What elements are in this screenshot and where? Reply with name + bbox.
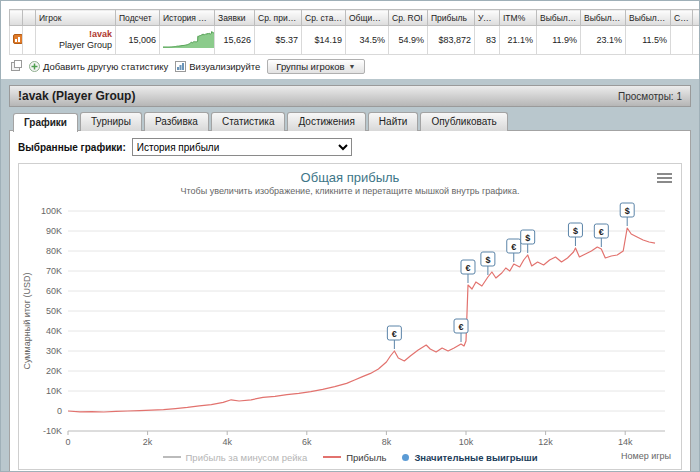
visualize-label: Визуализируйте (189, 61, 260, 72)
graph-select[interactable]: История прибыли (132, 138, 352, 156)
bar-chart-icon (175, 61, 186, 72)
column-header-8[interactable]: Прибыль (428, 10, 475, 26)
column-header-2[interactable]: История приб... (160, 10, 215, 26)
cell-extra-header (693, 10, 700, 26)
app-window: ИгрокПодсчетИстория приб...ЗаявкиСр. при… (0, 0, 700, 472)
cell-level: 83 (475, 26, 500, 55)
svg-text:Суммарный итог (USD): Суммарный итог (USD) (22, 272, 32, 369)
column-header-13[interactable]: Выбыл позд... (626, 10, 671, 26)
column-header-7[interactable]: Ср. ROI (389, 10, 428, 26)
cell-avg-profit: $5.37 (255, 26, 302, 55)
tab-4[interactable]: Достижения (287, 112, 365, 131)
column-header-6[interactable]: Общий R... (346, 10, 389, 26)
column-header-11[interactable]: Выбыл рано (537, 10, 581, 26)
column-header-14[interactable]: Стр... (671, 10, 693, 26)
column-header-4[interactable]: Ср. прибыль (255, 10, 302, 26)
column-header-10[interactable]: ITM% (500, 10, 537, 26)
views-counter: Просмотры: 1 (618, 91, 682, 102)
stats-header-row: ИгрокПодсчетИстория приб...ЗаявкиСр. при… (10, 10, 700, 26)
cell-avg-stake: $14.19 (302, 26, 346, 55)
svg-text:4k: 4k (222, 437, 232, 447)
remove-row-cell[interactable]: x (693, 26, 700, 55)
cell-avg-roi: 54.9% (389, 26, 428, 55)
significant-win-flag[interactable]: € (387, 326, 401, 340)
selected-graphs-label: Выбранные графики: (18, 142, 126, 153)
cell-profit-history[interactable] (160, 26, 215, 55)
panel-header: !avak (Player Group) Просмотры: 1 (9, 85, 691, 107)
chart-legend: Прибыль за минусом рейка Прибыль Значите… (19, 449, 681, 465)
cell-early-1: 11.9% (537, 26, 581, 55)
stats-table: ИгрокПодсчетИстория приб...ЗаявкиСр. при… (9, 9, 700, 55)
cell-early-2: 23.1% (581, 26, 626, 55)
significant-win-flag[interactable]: € (507, 239, 521, 253)
svg-text:40K: 40K (46, 326, 62, 336)
add-statistic-link[interactable]: Добавить другую статистику (29, 61, 168, 72)
svg-text:0: 0 (65, 437, 70, 447)
tab-6[interactable]: Опубликовать (420, 112, 507, 131)
legend-wins-label: Значительные выигрыши (414, 452, 537, 463)
significant-win-flag[interactable]: $ (620, 203, 634, 217)
cell-count: 15,006 (116, 26, 160, 55)
tab-3[interactable]: Статистика (211, 112, 286, 131)
column-header-12[interactable]: Выбыл рано... (581, 10, 626, 26)
svg-text:80K: 80K (46, 246, 62, 256)
tab-2[interactable]: Разбивка (144, 112, 209, 131)
svg-text:70K: 70K (46, 266, 62, 276)
panel-content: Выбранные графики: История прибыли Общая… (9, 130, 691, 472)
legend-item-profit[interactable]: Прибыль (323, 452, 386, 463)
svg-text:8k: 8k (382, 437, 392, 447)
svg-text:€: € (511, 242, 516, 252)
svg-text:20K: 20K (46, 366, 62, 376)
svg-text:100K: 100K (41, 206, 62, 216)
svg-text:€: € (599, 227, 604, 237)
significant-win-flag[interactable]: $ (481, 252, 495, 266)
legend-profit-label: Прибыль (346, 452, 386, 463)
player-groups-button[interactable]: Группы игроков ▼ (267, 59, 364, 74)
significant-win-flag[interactable]: € (594, 224, 608, 238)
chart-title: Общая прибыль (19, 170, 681, 185)
column-header-1[interactable]: Подсчет (116, 10, 160, 26)
svg-text:30K: 30K (46, 346, 62, 356)
compare-icon[interactable] (11, 60, 22, 73)
graph-controls: Выбранные графики: История прибыли (10, 131, 690, 161)
cell-itm: 21.1% (500, 26, 537, 55)
svg-text:0: 0 (57, 406, 62, 416)
visualize-link[interactable]: Визуализируйте (175, 61, 260, 72)
player-name[interactable]: !avak (39, 29, 112, 40)
tab-5[interactable]: Найти (368, 112, 419, 131)
cell-extra (671, 26, 693, 55)
icon-column-header (23, 10, 36, 26)
svg-text:12k: 12k (538, 437, 553, 447)
rake-line-swatch (163, 456, 181, 458)
stats-section: ИгрокПодсчетИстория приб...ЗаявкиСр. при… (1, 1, 699, 79)
cell-late: 11.5% (626, 26, 671, 55)
column-header-5[interactable]: Ср. ставка (302, 10, 346, 26)
column-header-9[interactable]: Уро... (475, 10, 500, 26)
svg-text:14k: 14k (618, 437, 633, 447)
legend-item-rake[interactable]: Прибыль за минусом рейка (163, 452, 308, 463)
stats-toolbar: Добавить другую статистику Визуализируйт… (9, 55, 691, 77)
player-cell[interactable]: !avak Player Group (36, 26, 116, 55)
tab-0[interactable]: Графики (13, 113, 78, 132)
tab-1[interactable]: Турниры (80, 112, 142, 131)
player-group-icon (13, 34, 23, 44)
svg-text:50K: 50K (46, 306, 62, 316)
x-axis-title: Номер игры (621, 451, 671, 461)
significant-win-flag[interactable]: € (461, 260, 475, 274)
player-panel: !avak (Player Group) Просмотры: 1 График… (9, 85, 691, 472)
significant-win-flag[interactable]: $ (568, 223, 582, 237)
significant-win-flag[interactable]: $ (521, 230, 535, 244)
legend-item-wins[interactable]: Значительные выигрыши (402, 452, 537, 463)
svg-text:2k: 2k (143, 437, 153, 447)
column-header-3[interactable]: Заявки (215, 10, 255, 26)
svg-text:$: $ (625, 206, 630, 216)
profit-line-chart[interactable]: -10K010K20K30K40K50K60K70K80K90K100K02k4… (20, 199, 680, 447)
chart-menu-icon[interactable] (657, 171, 672, 185)
svg-text:-10K: -10K (43, 426, 62, 436)
profit-chart-panel[interactable]: Общая прибыль Чтобы увеличить изображени… (18, 163, 682, 470)
select-column-header (10, 10, 23, 26)
column-header-0[interactable]: Игрок (36, 10, 116, 26)
svg-text:$: $ (573, 226, 578, 236)
significant-win-flag[interactable]: € (454, 319, 468, 333)
table-row[interactable]: !avak Player Group 15,006 15,626 $5.37 $… (10, 26, 700, 55)
